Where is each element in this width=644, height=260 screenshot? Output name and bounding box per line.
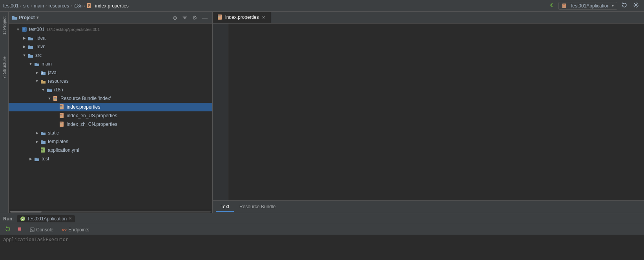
refresh-button[interactable]	[620, 1, 629, 11]
tree-arrow-mvn: ▶	[21, 45, 27, 49]
run-toolbar-endpoints-tab[interactable]: Endpoints	[59, 226, 92, 233]
properties-file-icon-tree	[59, 104, 65, 110]
breadcrumb-item-1[interactable]: src	[23, 3, 29, 9]
svg-point-39	[62, 229, 64, 231]
tree-arrow-resource-bundle: ▼	[46, 96, 53, 100]
svg-rect-28	[60, 125, 62, 125]
breadcrumb-item-0[interactable]: test001	[3, 3, 18, 9]
tree-label-java: java	[48, 70, 57, 75]
tree-item-src[interactable]: ▼ src	[9, 51, 212, 60]
svg-point-40	[65, 229, 66, 231]
svg-rect-15	[54, 98, 57, 99]
settings-button[interactable]	[631, 1, 641, 11]
tree-label-test001-path: D:\Desktop\projects\test001	[47, 27, 100, 32]
folder-resources-icon	[40, 78, 46, 84]
editor-tab-bar: index.properties ✕	[213, 12, 644, 24]
tree-item-java[interactable]: ▶ J java	[9, 68, 212, 77]
svg-point-8	[635, 4, 637, 6]
bottom-tab-resource-bundle[interactable]: Resource Bundle	[235, 202, 280, 212]
tree-horizontal-scrollbar[interactable]	[9, 210, 212, 213]
tree-label-application-yml: application.yml	[48, 147, 79, 153]
endpoints-icon	[62, 227, 67, 232]
console-tab-label: Console	[36, 227, 53, 233]
breadcrumb-item-2[interactable]: main	[34, 3, 44, 9]
tab-index-properties[interactable]: index.properties ✕	[213, 12, 271, 23]
tree-label-test001: test001	[29, 27, 44, 32]
code-area[interactable]	[228, 24, 644, 200]
collapse-icon	[182, 15, 188, 20]
tree-label-src: src	[35, 53, 42, 58]
hide-panel-button[interactable]: —	[201, 14, 209, 22]
svg-rect-14	[54, 97, 56, 98]
tree-item-resources[interactable]: ▼ resources	[9, 77, 212, 85]
tab-close-button[interactable]: ✕	[261, 15, 266, 20]
panel-header: Project ▾ ⊕ ⚙ —	[9, 12, 212, 24]
tree-arrow-test: ▶	[27, 157, 34, 161]
run-app-tab[interactable]: Test001Application ✕	[17, 215, 75, 222]
breadcrumb-item-3[interactable]: resources	[48, 3, 69, 9]
bottom-tab-text[interactable]: Text	[216, 202, 234, 212]
svg-rect-6	[563, 5, 566, 5]
run-config-selector[interactable]: Test001Application ▾	[558, 2, 617, 10]
tree-item-static[interactable]: ▶ static	[9, 129, 212, 137]
line-number-gutter	[213, 24, 228, 200]
svg-rect-33	[218, 16, 221, 17]
collapse-all-button[interactable]	[181, 14, 189, 22]
tree-item-application-yml[interactable]: Y application.yml	[9, 146, 212, 155]
tree-item-resource-bundle[interactable]: ▼ Resource Bundle 'index'	[9, 94, 212, 103]
add-content-root-button[interactable]: ⊕	[171, 14, 179, 22]
stop-button[interactable]	[15, 225, 24, 234]
tree-arrow-i18n: ▼	[40, 88, 46, 92]
tree-item-test001[interactable]: ▼ test001 D:\Desktop\projects\test001	[9, 25, 212, 34]
back-button[interactable]	[547, 1, 556, 11]
svg-rect-24	[60, 116, 62, 117]
folder-java-icon: J	[40, 69, 46, 76]
run-tab-close[interactable]: ✕	[68, 216, 72, 221]
breadcrumb-item-5[interactable]: index.properties	[95, 3, 128, 9]
tree-item-index-en-us[interactable]: index_en_US.properties	[9, 111, 212, 120]
run-config-name: Test001Application	[570, 3, 609, 9]
bottom-tab-resource-bundle-label: Resource Bundle	[239, 204, 275, 209]
svg-rect-27	[60, 124, 62, 124]
tree-item-main[interactable]: ▼ main	[9, 60, 212, 68]
restart-button[interactable]	[3, 225, 13, 234]
tree-item-mvn[interactable]: ▶ .mvn	[9, 42, 212, 51]
sidebar-label-structure[interactable]: 7: Structure	[1, 53, 7, 82]
svg-rect-11	[23, 28, 26, 31]
properties-file-icon	[87, 3, 92, 9]
bottom-tab-bar: Text Resource Bundle	[213, 200, 644, 213]
tree-item-test[interactable]: ▶ test	[9, 155, 212, 163]
tree-item-index-properties[interactable]: index.properties	[9, 103, 212, 111]
tree-item-idea[interactable]: ▶ .idea	[9, 34, 212, 42]
tab-label-index-properties: index.properties	[225, 15, 259, 20]
side-labels: 1: Project 7: Structure	[0, 12, 9, 213]
svg-rect-34	[218, 18, 220, 18]
settings-gear-button[interactable]: ⚙	[191, 14, 199, 22]
folder-idea-icon	[27, 35, 34, 41]
tree-item-i18n[interactable]: ▼ i18n	[9, 85, 212, 94]
tree-label-templates: templates	[48, 139, 68, 144]
breadcrumb-item-4[interactable]: i18n	[73, 3, 82, 9]
yaml-file-icon: Y	[40, 147, 46, 153]
svg-rect-16	[54, 99, 56, 100]
tree-arrow-test001: ▼	[15, 27, 21, 31]
tree-item-templates[interactable]: ▶ templates	[9, 137, 212, 146]
run-toolbar-console-tab[interactable]: Console	[27, 226, 57, 233]
tree-label-idea: .idea	[35, 35, 46, 41]
svg-rect-1	[88, 4, 90, 5]
endpoints-tab-label: Endpoints	[68, 227, 89, 233]
tree-container[interactable]: ▼ test001 D:\Desktop\projects\test001 ▶ …	[9, 24, 212, 210]
tree-item-index-zh-cn[interactable]: index_zh_CN.properties	[9, 120, 212, 129]
editor-content[interactable]	[213, 24, 644, 200]
bottom-tab-text-label: Text	[221, 204, 229, 209]
breadcrumb-sep-1: ›	[31, 4, 32, 8]
folder-icon	[12, 15, 17, 20]
tree-arrow-main: ▼	[27, 62, 34, 66]
sidebar-label-project[interactable]: 1: Project	[1, 13, 7, 38]
svg-rect-3	[88, 6, 89, 7]
folder-templates-icon	[40, 138, 46, 145]
svg-rect-18	[60, 105, 62, 106]
svg-rect-22	[60, 114, 62, 115]
scrollbar-thumb	[10, 211, 42, 213]
tree-label-resources: resources	[48, 78, 69, 84]
